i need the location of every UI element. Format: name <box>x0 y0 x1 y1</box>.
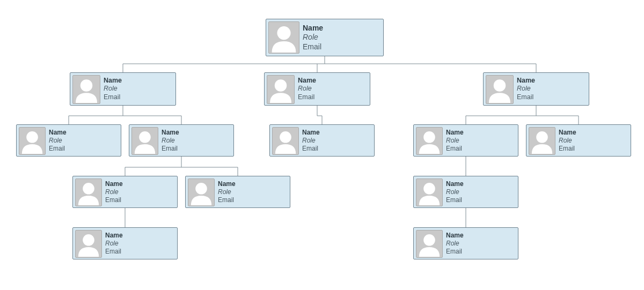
person-email: Email <box>104 93 173 102</box>
person-name: Name <box>302 129 372 137</box>
svg-point-27 <box>80 79 93 92</box>
svg-point-39 <box>423 234 435 246</box>
person-name: Name <box>218 180 288 188</box>
person-avatar-icon <box>75 230 102 258</box>
person-name: Name <box>517 77 587 85</box>
person-avatar-icon <box>529 127 555 155</box>
person-email: Email <box>446 248 516 256</box>
person-avatar-icon <box>416 127 443 155</box>
org-card-fields: NameRoleEmail <box>302 127 372 154</box>
org-card-fields: NameRoleEmail <box>446 179 516 205</box>
person-role: Role <box>162 137 231 145</box>
org-card-fields: NameRoleEmail <box>162 127 231 154</box>
person-name: Name <box>105 232 175 240</box>
person-role: Role <box>105 240 175 248</box>
person-name: Name <box>446 232 516 240</box>
person-avatar-icon <box>267 75 295 104</box>
person-name: Name <box>105 180 175 188</box>
org-card-m1b2[interactable]: NameRoleEmail <box>185 176 290 208</box>
person-role: Role <box>218 188 288 196</box>
person-role: Role <box>104 85 173 93</box>
svg-point-31 <box>139 131 151 143</box>
org-card-fields: NameRoleEmail <box>446 127 516 154</box>
org-card-m1a[interactable]: NameRoleEmail <box>16 124 121 157</box>
person-role: Role <box>302 137 372 145</box>
svg-point-30 <box>26 131 38 143</box>
person-avatar-icon <box>19 127 46 155</box>
person-name: Name <box>49 129 119 137</box>
org-card-fields: NameRoleEmail <box>303 21 381 54</box>
org-card-fields: NameRoleEmail <box>218 179 288 205</box>
org-card-m3a[interactable]: NameRoleEmail <box>413 124 518 157</box>
person-email: Email <box>105 196 175 204</box>
org-card-m3a1a[interactable]: NameRoleEmail <box>413 227 518 259</box>
person-avatar-icon <box>272 127 299 155</box>
svg-point-28 <box>275 79 287 92</box>
svg-point-37 <box>423 183 435 195</box>
org-card-m3[interactable]: NameRoleEmail <box>483 72 589 106</box>
org-card-m1b1a[interactable]: NameRoleEmail <box>72 227 178 259</box>
person-role: Role <box>446 188 516 196</box>
person-name: Name <box>162 129 231 137</box>
person-avatar-icon <box>416 230 443 258</box>
org-card-fields: NameRoleEmail <box>49 127 119 154</box>
org-card-fields: NameRoleEmail <box>517 75 587 103</box>
org-card-m2a[interactable]: NameRoleEmail <box>269 124 375 157</box>
org-card-m1[interactable]: NameRoleEmail <box>70 72 176 106</box>
person-role: Role <box>446 240 516 248</box>
person-avatar-icon <box>486 75 514 104</box>
person-role: Role <box>446 137 516 145</box>
person-role: Role <box>298 85 368 93</box>
person-name: Name <box>303 24 381 33</box>
svg-point-34 <box>536 131 548 143</box>
person-email: Email <box>517 93 587 102</box>
person-avatar-icon <box>268 21 299 54</box>
org-card-m1b[interactable]: NameRoleEmail <box>129 124 234 157</box>
person-name: Name <box>446 180 516 188</box>
org-card-m3b[interactable]: NameRoleEmail <box>526 124 631 157</box>
org-chart-stage: NameRoleEmail NameRoleEmail NameRoleEmai… <box>0 0 644 290</box>
person-name: Name <box>104 77 173 85</box>
person-avatar-icon <box>188 179 215 206</box>
org-card-fields: NameRoleEmail <box>446 230 516 257</box>
person-email: Email <box>162 145 231 153</box>
person-email: Email <box>218 196 288 204</box>
org-card-m2[interactable]: NameRoleEmail <box>264 72 370 106</box>
person-name: Name <box>298 77 368 85</box>
person-email: Email <box>298 93 368 102</box>
person-email: Email <box>302 145 372 153</box>
svg-point-38 <box>83 234 94 246</box>
org-card-fields: NameRoleEmail <box>104 75 173 103</box>
svg-point-29 <box>494 79 506 92</box>
org-card-fields: NameRoleEmail <box>105 179 175 205</box>
person-role: Role <box>303 33 381 42</box>
person-email: Email <box>559 145 628 153</box>
person-role: Role <box>517 85 587 93</box>
person-name: Name <box>446 129 516 137</box>
person-email: Email <box>446 145 516 153</box>
person-role: Role <box>105 188 175 196</box>
svg-point-36 <box>195 183 207 195</box>
person-avatar-icon <box>72 75 100 104</box>
person-email: Email <box>303 42 381 52</box>
svg-point-33 <box>423 131 435 143</box>
person-email: Email <box>105 248 175 256</box>
person-name: Name <box>559 129 628 137</box>
svg-point-35 <box>83 183 94 195</box>
person-avatar-icon <box>131 127 158 155</box>
person-email: Email <box>446 196 516 204</box>
person-avatar-icon <box>75 179 102 206</box>
org-card-fields: NameRoleEmail <box>559 127 628 154</box>
svg-point-32 <box>280 131 291 143</box>
svg-point-26 <box>277 26 290 40</box>
org-card-root[interactable]: NameRoleEmail <box>266 19 384 56</box>
person-role: Role <box>49 137 119 145</box>
person-avatar-icon <box>416 179 443 206</box>
org-card-m3a1[interactable]: NameRoleEmail <box>413 176 518 208</box>
person-email: Email <box>49 145 119 153</box>
org-card-fields: NameRoleEmail <box>105 230 175 257</box>
org-card-m1b1[interactable]: NameRoleEmail <box>72 176 178 208</box>
org-card-fields: NameRoleEmail <box>298 75 368 103</box>
person-role: Role <box>559 137 628 145</box>
